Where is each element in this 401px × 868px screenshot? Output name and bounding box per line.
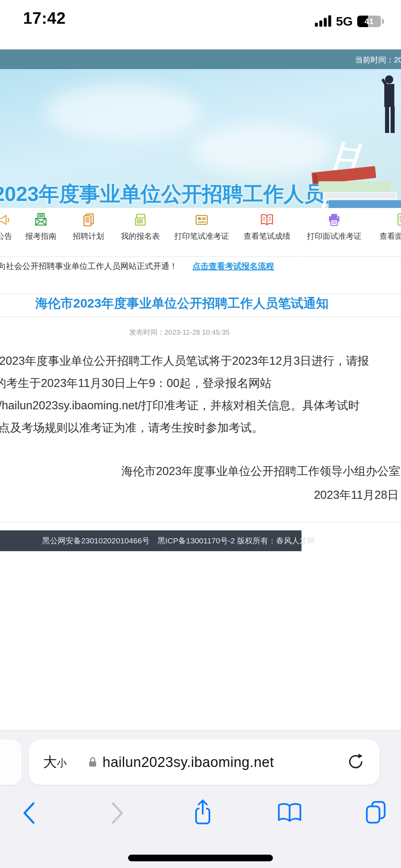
cellular-signal-icon [314, 15, 332, 28]
status-indicators: 5G 41 [314, 14, 384, 29]
iphone-screen: 17:42 5G 41 当前时间：2023-1 2023年度事业 [0, 0, 401, 868]
site-footer: 黑公网安备23010202010466号 黑ICP备13001170号-2 版权… [0, 530, 301, 551]
nav-label: 查看笔试成绩 [235, 231, 299, 241]
form-box-icon [109, 212, 172, 227]
dotted-divider [0, 293, 401, 294]
url-text: hailun2023sy.ibaoming.net [102, 754, 274, 770]
refresh-button[interactable] [347, 753, 365, 772]
nav-label: 我的报名表 [109, 231, 172, 241]
doc-magnifier-icon [371, 212, 401, 227]
article-body-line: /hailun2023sy.ibaoming.net/打印准考证，并核对相关信息… [0, 398, 360, 413]
text-size-button[interactable]: 大小 [43, 753, 67, 771]
printer-icon [303, 212, 366, 227]
tabs-button[interactable] [363, 800, 388, 826]
nav-item-print-interview-ticket[interactable]: 打印面试准考证 [303, 212, 366, 241]
article-body-line: 点及考场规则以准考证为准，请考生按时参加考试。 [0, 420, 263, 436]
share-button[interactable] [190, 798, 215, 828]
open-book-icon [235, 212, 299, 227]
battery-percent: 41 [357, 16, 381, 27]
back-button[interactable] [22, 801, 36, 826]
site-banner: 2023年度事业单位公开招聘工作人员网站 [0, 69, 401, 208]
article-body-line: 的考生于2023年11月30日上午9：00起，登录报名网站 [0, 376, 271, 391]
nav-item-interview-score[interactable]: 查看面试成绩 [371, 212, 401, 241]
signup-flow-link[interactable]: 点击查看考试报名流程 [192, 261, 274, 272]
publish-time: 发布时间：2023-11-28 10:45:35 [129, 328, 229, 337]
article-title[interactable]: 海伦市2023年度事业单位公开招聘工作人员笔试通知 [35, 295, 329, 312]
safari-bottom-chrome: 大小 hailun2023sy.ibaoming.net [0, 730, 401, 868]
address-bar[interactable]: 大小 hailun2023sy.ibaoming.net [29, 739, 379, 785]
current-time-label: 当前时间：2023-1 [355, 55, 401, 65]
article-body-line: 2023年度事业单位公开招聘工作人员笔试将于2023年12月3日进行，请报 [0, 353, 369, 369]
forward-button[interactable] [110, 801, 125, 826]
network-type-label: 5G [336, 14, 353, 29]
dotted-divider [0, 316, 401, 317]
admission-card-icon [170, 212, 233, 227]
nav-item-written-score[interactable]: 查看笔试成绩 [235, 212, 299, 241]
battery-nub-icon [382, 19, 384, 24]
article-date: 2023年11月28日 [314, 487, 399, 503]
banner-illustration-books-ladder-man [308, 69, 401, 208]
nav-item-my-form[interactable]: 我的报名表 [109, 212, 172, 241]
bookmarks-button[interactable] [276, 802, 303, 826]
clock: 17:42 [23, 9, 66, 27]
text-size-large-label: 大 [43, 753, 57, 771]
site-topbar: 当前时间：2023-1 [0, 49, 401, 69]
battery-icon: 41 [357, 16, 381, 27]
home-indicator[interactable] [128, 855, 273, 861]
notice-row: 向社会公开招聘事业单位工作人员网站正式开通！ 点击查看考试报名流程 [0, 261, 401, 272]
nav-label: 查看面试成绩 [371, 231, 401, 241]
text-size-small-label: 小 [57, 757, 67, 770]
dotted-divider [0, 522, 401, 523]
status-bar: 17:42 5G 41 [0, 0, 401, 36]
adjacent-tab-edge[interactable] [0, 739, 22, 785]
quick-nav: 公告 报考指南 招聘计划 [0, 208, 401, 256]
icp-beian-text: 黑公网安备23010202010466号 黑ICP备13001170号-2 版权… [42, 536, 315, 546]
cloud-decoration [45, 84, 200, 140]
nav-item-print-written-ticket[interactable]: 打印笔试准考证 [170, 212, 233, 241]
nav-label: 打印笔试准考证 [170, 231, 233, 241]
notice-text: 向社会公开招聘事业单位工作人员网站正式开通！ [0, 261, 177, 272]
dotted-divider [0, 256, 401, 257]
article-signature: 海伦市2023年度事业单位公开招聘工作领导小组办公室 [121, 464, 400, 479]
lock-icon [88, 756, 97, 768]
nav-label: 打印面试准考证 [303, 231, 366, 241]
